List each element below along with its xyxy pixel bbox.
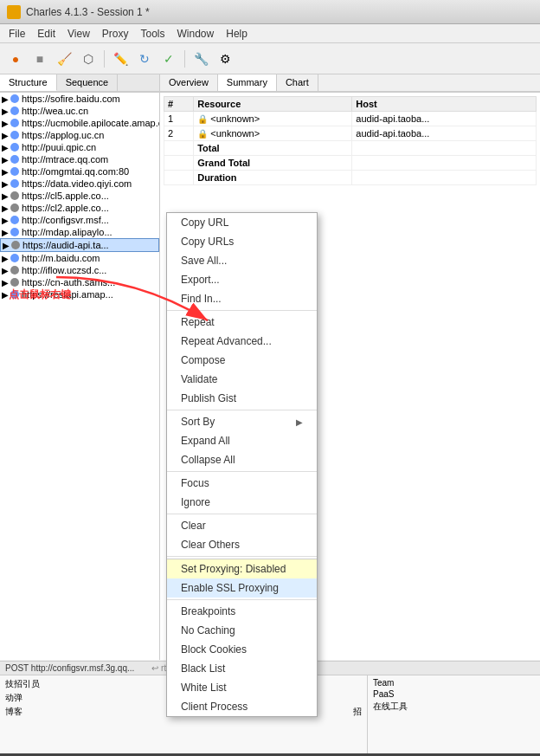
ctx-compose[interactable]: Compose	[167, 351, 317, 370]
duration-row: Duration	[164, 171, 537, 185]
ctx-black-list[interactable]: Black List	[167, 659, 317, 678]
tab-structure[interactable]: Structure	[0, 74, 57, 91]
tree-item[interactable]: ▶ https://ucmobile.apilocate.amap.com	[0, 117, 159, 129]
tree-item[interactable]: ▶ https://cl2.apple.co...	[0, 202, 159, 214]
ctx-clear[interactable]: Clear	[167, 516, 317, 535]
tree-item[interactable]: ▶ https://applog.uc.cn	[0, 129, 159, 141]
tree-item[interactable]: ▶ http://iflow.uczsd.c...	[0, 264, 159, 276]
cell-host: audid-api.taoba...	[352, 126, 537, 141]
ctx-client-process[interactable]: Client Process	[167, 697, 317, 716]
host-icon	[10, 216, 19, 224]
cell-resource: 🔒 <unknown>	[194, 112, 352, 126]
ctx-clear-others[interactable]: Clear Others	[167, 535, 317, 554]
cell-host: audid-api.taoba...	[352, 112, 537, 126]
cell-num: 1	[164, 112, 194, 126]
expand-icon: ▶	[2, 216, 10, 225]
ctx-validate[interactable]: Validate	[167, 370, 317, 389]
tree-item[interactable]: ▶ https://restapi.amap...	[0, 288, 159, 300]
ctx-expand-all[interactable]: Expand All	[167, 431, 317, 450]
expand-icon: ▶	[2, 131, 10, 140]
ctx-find-in[interactable]: Find In...	[167, 289, 317, 308]
ctx-breakpoints[interactable]: Breakpoints	[167, 602, 317, 621]
toolbar-separator-2	[184, 50, 185, 68]
broom-button[interactable]: 🧹	[54, 48, 74, 69]
ctx-collapse-all[interactable]: Collapse All	[167, 450, 317, 469]
host-icon	[10, 290, 19, 299]
tab-summary[interactable]: Summary	[218, 74, 277, 91]
expand-icon: ▶	[3, 241, 11, 250]
host-icon	[10, 167, 19, 176]
status-right-panel: Team PaaS 在线工具	[367, 675, 540, 753]
expand-icon: ▶	[2, 204, 10, 213]
menu-file[interactable]: File	[3, 26, 30, 42]
tree-item[interactable]: ▶ http://mtrace.qq.com	[0, 153, 159, 165]
ctx-repeat-advanced[interactable]: Repeat Advanced...	[167, 332, 317, 351]
tree-item[interactable]: ▶ http://wea.uc.cn	[0, 105, 159, 117]
host-icon	[10, 143, 19, 152]
pen-button[interactable]: ✏️	[110, 48, 131, 69]
table-row[interactable]: 2 🔒 <unknown> audid-api.taoba...	[164, 126, 537, 141]
host-icon	[10, 94, 19, 103]
host-icon	[10, 266, 19, 275]
duration-label: Duration	[194, 171, 352, 185]
expand-icon: ▶	[2, 266, 10, 275]
expand-icon: ▶	[2, 179, 10, 189]
ctx-ignore[interactable]: Ignore	[167, 493, 317, 512]
ctx-copy-url[interactable]: Copy URL	[167, 213, 317, 232]
expand-icon: ▶	[2, 191, 10, 201]
status-label: Team	[373, 678, 394, 688]
col-resource: Resource	[194, 97, 352, 112]
menu-tools[interactable]: Tools	[136, 26, 170, 42]
ctx-repeat[interactable]: Repeat	[167, 313, 317, 332]
wrench-button[interactable]: 🔧	[190, 48, 211, 69]
tree-item[interactable]: ▶ http://m.baidu.com	[0, 252, 159, 264]
left-tab-bar: Structure Sequence	[0, 74, 160, 92]
menu-help[interactable]: Help	[221, 26, 253, 42]
table-row[interactable]: 1 🔒 <unknown> audid-api.taoba...	[164, 112, 537, 126]
ctx-white-list[interactable]: White List	[167, 678, 317, 697]
tree-item[interactable]: ▶ http://omgmtai.qq.com:80	[0, 165, 159, 178]
grand-total-label: Grand Total	[194, 156, 352, 171]
host-icon	[10, 155, 19, 164]
cell-num: 2	[164, 126, 194, 141]
ctx-save-all[interactable]: Save All...	[167, 251, 317, 270]
ctx-copy-urls[interactable]: Copy URLs	[167, 232, 317, 251]
tree-item[interactable]: ▶ http://puui.qpic.cn	[0, 141, 159, 153]
ctx-export[interactable]: Export...	[167, 270, 317, 289]
menu-window[interactable]: Window	[172, 26, 220, 42]
tree-item[interactable]: ▶ https://sofire.baidu.com	[0, 93, 159, 105]
context-menu: Copy URL Copy URLs Save All... Export...…	[166, 212, 318, 717]
menu-view[interactable]: View	[62, 26, 95, 42]
ctx-block-cookies[interactable]: Block Cookies	[167, 640, 317, 659]
refresh-button[interactable]: ↻	[134, 48, 155, 69]
ctx-focus[interactable]: Focus	[167, 474, 317, 493]
hexagon-button[interactable]: ⬡	[78, 48, 99, 69]
tree-item-selected[interactable]: ▶ https://audid-api.ta...	[0, 238, 159, 252]
toolbar: ● ■ 🧹 ⬡ ✏️ ↻ ✓ 🔧 ⚙	[0, 43, 540, 74]
gear-button[interactable]: ⚙	[215, 48, 235, 69]
ctx-sort-by[interactable]: Sort By ▶	[167, 412, 317, 431]
tree-item[interactable]: ▶ https://cl5.apple.co...	[0, 190, 159, 202]
tree-item[interactable]: ▶ https://cn-auth.sams...	[0, 276, 159, 288]
ctx-sep-3	[167, 471, 317, 472]
stop-button[interactable]: ■	[29, 48, 50, 69]
ctx-set-proxying[interactable]: Set Proxying: Disabled	[167, 559, 317, 578]
tab-overview[interactable]: Overview	[160, 74, 218, 91]
ctx-no-caching[interactable]: No Caching	[167, 621, 317, 640]
ctx-sep-5	[167, 556, 317, 557]
host-icon	[10, 107, 19, 115]
expand-icon: ▶	[2, 143, 10, 152]
tab-sequence[interactable]: Sequence	[57, 74, 119, 91]
host-icon	[10, 131, 19, 139]
tab-chart[interactable]: Chart	[277, 74, 318, 91]
tree-item[interactable]: ▶ http://mdap.alipaylo...	[0, 226, 159, 238]
ctx-enable-ssl[interactable]: Enable SSL Proxying	[167, 578, 317, 598]
menu-proxy[interactable]: Proxy	[97, 26, 134, 42]
tree-item[interactable]: ▶ http://configsvr.msf...	[0, 214, 159, 226]
menu-edit[interactable]: Edit	[32, 26, 61, 42]
check-button[interactable]: ✓	[158, 48, 179, 69]
tree-item[interactable]: ▶ https://data.video.qiyi.com	[0, 178, 159, 190]
record-button[interactable]: ●	[5, 48, 26, 69]
ctx-publish-gist[interactable]: Publish Gist	[167, 389, 317, 408]
summary-table: # Resource Host 1 🔒 <unknown> audid-api.…	[164, 96, 537, 185]
